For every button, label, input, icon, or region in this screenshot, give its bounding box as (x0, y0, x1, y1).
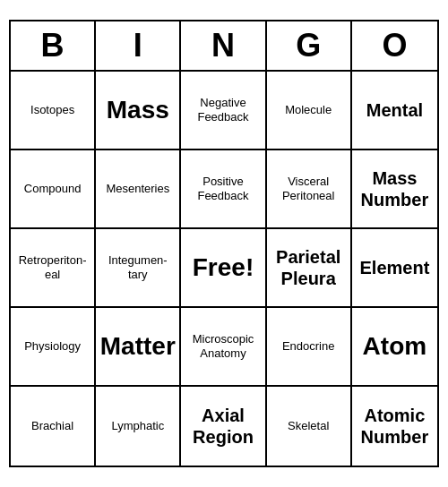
bingo-cell: Mass Number (352, 150, 437, 229)
bingo-grid: IsotopesMassNegative FeedbackMoleculeMen… (11, 72, 437, 466)
bingo-cell: Mass (96, 72, 181, 150)
bingo-cell: Integumen-tary (96, 229, 181, 308)
bingo-cell: Mesenteries (96, 150, 181, 229)
bingo-cell: Visceral Peritoneal (267, 150, 352, 229)
bingo-header: BINGO (11, 21, 437, 72)
bingo-cell: Mental (352, 72, 437, 150)
bingo-cell: Microscopic Anatomy (181, 308, 266, 387)
bingo-cell: Molecule (267, 72, 352, 150)
bingo-card: BINGO IsotopesMassNegative FeedbackMolec… (9, 20, 439, 467)
header-letter: B (11, 21, 96, 70)
bingo-cell: Physiology (11, 308, 96, 387)
bingo-cell: Endocrine (267, 308, 352, 387)
bingo-cell: Free! (181, 229, 266, 308)
bingo-cell: Brachial (11, 387, 96, 466)
bingo-cell: Element (352, 229, 437, 308)
bingo-cell: Isotopes (11, 72, 96, 150)
header-letter: N (181, 21, 266, 70)
bingo-cell: Negative Feedback (181, 72, 266, 150)
bingo-cell: Atom (352, 308, 437, 387)
bingo-cell: Axial Region (181, 387, 266, 466)
bingo-cell: Skeletal (267, 387, 352, 466)
bingo-cell: Positive Feedback (181, 150, 266, 229)
bingo-cell: Compound (11, 150, 96, 229)
header-letter: O (352, 21, 437, 70)
bingo-cell: Parietal Pleura (267, 229, 352, 308)
bingo-cell: Atomic Number (352, 387, 437, 466)
bingo-cell: Retroperiton-eal (11, 229, 96, 308)
header-letter: G (267, 21, 352, 70)
bingo-cell: Matter (96, 308, 181, 387)
header-letter: I (96, 21, 181, 70)
bingo-cell: Lymphatic (96, 387, 181, 466)
